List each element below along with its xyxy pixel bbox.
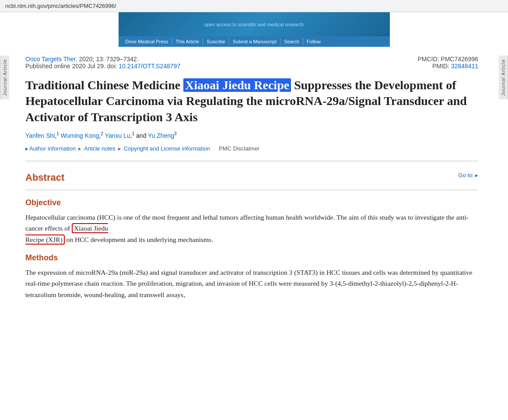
title-before: Traditional Chinese Medicine [25,78,183,92]
left-sidebar: Journal Article [0,47,12,315]
pmc-disclaimer-link[interactable]: PMC Disclaimer [219,145,259,152]
info-links: ▸ Author information ▸ Article notes ▸ C… [25,145,478,152]
banner-nav-dove[interactable]: Dove Medical Press [122,38,172,45]
pmcid-text: PMCID: PMC7426996 [417,56,478,63]
sep1: ▸ [78,145,81,152]
methods-paragraph: The expression of microRNA-29a (miR-29a)… [25,267,478,301]
abstract-divider-bottom [25,189,478,190]
right-sidebar: Journal Article [496,47,508,315]
author-wuming[interactable]: Wuming Kong [61,132,99,139]
banner-nav-submit[interactable]: Submit a Manuscript [229,38,280,45]
objective-paragraph: Hepatocellular carcinoma (HCC) is one of… [25,212,478,245]
meta-right: PMCID: PMC7426996 PMID: 32848411 [417,56,478,70]
goto-label: Go to: [459,172,474,178]
author-yanxu[interactable]: Yanxu Lu [105,132,130,139]
address-bar: ncbi.nlm.nih.gov/pmc/articles/PMC7426996… [0,0,508,12]
url-text: ncbi.nlm.nih.gov/pmc/articles/PMC7426996… [5,3,116,9]
article-notes-link[interactable]: Article notes [84,145,116,152]
abstract-header: Abstract Go to: ▸ [25,166,478,185]
author-information-link[interactable]: Author information [29,145,76,152]
methods-title: Methods [25,253,478,262]
sidebar-label-left: Journal Article [0,56,9,99]
pmid-link[interactable]: 32848411 [451,63,478,70]
meta-line: Onco Targets Ther. 2020; 13: 7329–7342. … [25,56,478,70]
banner-nav: Dove Medical Press This Article Suscribe… [119,36,390,47]
banner-small-text: open access to scientific and medical re… [204,22,304,27]
goto-link[interactable]: Go to: ▸ [459,172,478,178]
abstract-section: Abstract Go to: ▸ Objective Hepatocellul… [25,161,478,300]
banner-nav-suscribe[interactable]: Suscribe [203,38,229,45]
journal-link[interactable]: Onco Targets Ther. [25,56,77,63]
abstract-divider [25,161,478,161]
banner-nav-follow[interactable]: Follow [303,38,324,45]
article-title: Traditional Chinese Medicine Xiaoai Jied… [25,77,478,125]
main-wrapper: Journal Article Onco Targets Ther. 2020;… [0,47,508,315]
obj-text-after: on HCC development and its underlying me… [65,236,213,243]
sidebar-label-right: Journal Article [499,56,508,99]
banner-nav-this-article[interactable]: This Article [172,38,203,45]
objective-title: Objective [25,198,478,207]
goto-arrow: ▸ [475,172,478,178]
journal-rest: 2020; 13: 7329–7342. [77,56,139,63]
published-text: Published online 2020 Jul 29. doi: [25,63,119,70]
banner-nav-search[interactable]: Search [280,38,303,45]
banner-image: open access to scientific and medical re… [119,12,390,36]
title-highlight: Xiaoai Jiedu Recipe [183,78,291,92]
author-yu[interactable]: Yu Zheng [148,132,174,139]
pmid-label: PMID: [432,63,451,70]
sep2: ▸ [118,145,121,152]
author-yanfen[interactable]: Yanfen Shi [25,132,55,139]
authors-line: Yanfen Shi,1 Wuming Kong,2 Yanxu Lu,1 an… [25,131,478,139]
arrow-author: ▸ [25,145,28,152]
meta-left: Onco Targets Ther. 2020; 13: 7329–7342. … [25,56,180,70]
banner-area: open access to scientific and medical re… [0,12,508,47]
main-content: Onco Targets Ther. 2020; 13: 7329–7342. … [12,47,496,315]
abstract-title: Abstract [25,172,64,183]
doi-link[interactable]: 10.2147/OTT.S248797 [119,63,180,70]
copyright-link[interactable]: Copyright and License information [124,145,210,152]
